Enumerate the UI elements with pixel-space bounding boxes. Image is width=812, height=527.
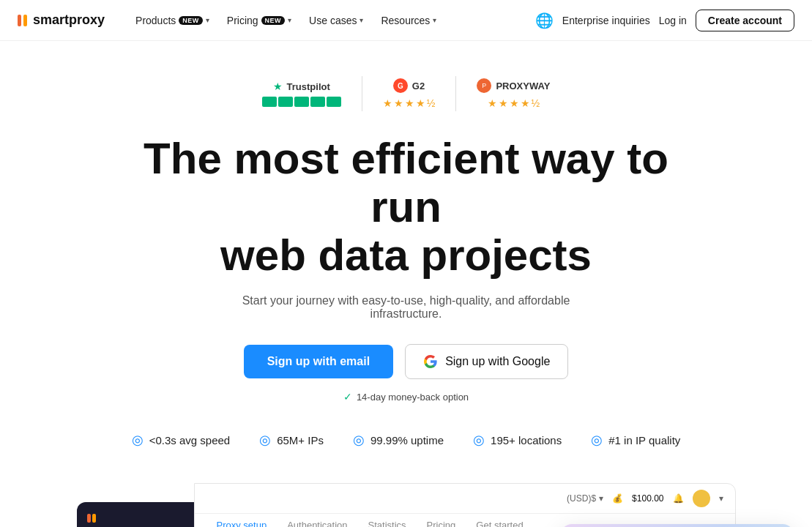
headline-line1: The most efficient way to run	[144, 134, 668, 231]
logo-bar-red	[18, 15, 21, 26]
g2-label: G2	[412, 81, 425, 91]
hero-section: ★ Trustpilot G G2 ★ ★ ★ ★ ½	[0, 41, 812, 527]
popup-card: UPDATED Proxy setup Save time by setting…	[560, 524, 794, 527]
tab-get-started[interactable]: Get started	[466, 514, 533, 527]
stat-uptime-value: 99.99% uptime	[370, 434, 444, 446]
hero-subtext: Start your journey with easy-to-use, hig…	[223, 294, 589, 321]
tp-bar-2	[278, 97, 293, 107]
star-2: ★	[394, 97, 403, 109]
trustpilot-icon: ★	[273, 81, 283, 92]
pw-star-4: ★	[521, 97, 530, 109]
logo[interactable]: smartproxy	[18, 12, 105, 28]
currency-selector[interactable]: (USD)$ ▾	[567, 493, 603, 504]
pricing-label: Pricing	[227, 15, 258, 26]
proxyway-label: PROXYWAY	[496, 81, 550, 91]
trustpilot-bars	[262, 97, 341, 107]
use-cases-chevron-icon: ▾	[360, 16, 363, 24]
resources-chevron-icon: ▾	[433, 16, 436, 24]
tp-bar-1	[262, 97, 277, 107]
proxyway-stars: ★ ★ ★ ★ ½	[488, 97, 540, 109]
sidebar-logo	[83, 511, 188, 526]
enterprise-link[interactable]: Enterprise inquiries	[562, 15, 650, 26]
pricing-badge: NEW	[261, 16, 286, 25]
stat-speed: ◎ <0.3s avg speed	[132, 432, 231, 448]
stat-uptime: ◎ 99.99% uptime	[353, 432, 444, 448]
star-3: ★	[405, 97, 414, 109]
wallet-icon: 💰	[612, 493, 623, 504]
trustpilot-label: Trustpilot	[287, 81, 330, 92]
pw-star-3: ★	[510, 97, 519, 109]
stat-ips: ◎ 65M+ IPs	[259, 432, 324, 448]
login-link[interactable]: Log in	[659, 15, 687, 26]
logo-text: smartproxy	[33, 12, 105, 28]
nav-item-resources[interactable]: Resources ▾	[373, 10, 444, 31]
stat-locations-value: 195+ locations	[491, 434, 562, 446]
tab-pricing[interactable]: Pricing	[417, 514, 466, 527]
stat-quality-value: #1 in IP quality	[608, 434, 680, 446]
signup-google-button[interactable]: Sign up with Google	[405, 344, 568, 379]
star-5: ½	[427, 97, 436, 109]
signup-google-label: Sign up with Google	[445, 355, 550, 368]
user-avatar[interactable]	[693, 490, 710, 507]
rating-trustpilot: ★ Trustpilot	[242, 81, 362, 107]
star-4: ★	[416, 97, 425, 109]
navbar: smartproxy Products NEW ▾ Pricing NEW ▾ …	[0, 0, 812, 41]
stat-speed-value: <0.3s avg speed	[149, 434, 231, 446]
g2-icon: G	[393, 78, 408, 93]
rating-g2: G G2 ★ ★ ★ ★ ½	[362, 78, 456, 109]
tp-bar-3	[294, 97, 309, 107]
money-back-text: 14-day money-back option	[357, 392, 469, 403]
tab-proxy-setup[interactable]: Proxy setup	[206, 514, 278, 527]
products-chevron-icon: ▾	[206, 16, 209, 24]
sidebar-dot-red	[87, 514, 91, 523]
star-1: ★	[383, 97, 392, 109]
products-label: Products	[135, 15, 176, 26]
nav-item-use-cases[interactable]: Use cases ▾	[302, 10, 370, 31]
notification-icon[interactable]: 🔔	[673, 493, 684, 504]
stat-locations: ◎ 195+ locations	[473, 432, 562, 448]
signup-email-button[interactable]: Sign up with email	[244, 345, 393, 378]
currency-chevron-icon: ▾	[599, 493, 603, 504]
pw-star-2: ★	[499, 97, 508, 109]
tab-authentication[interactable]: Authentication	[277, 514, 357, 527]
pw-star-1: ★	[488, 97, 497, 109]
dashboard-sidebar	[77, 502, 194, 527]
stats-row: ◎ <0.3s avg speed ◎ 65M+ IPs ◎ 99.99% up…	[132, 432, 681, 448]
pricing-chevron-icon: ▾	[288, 16, 291, 24]
headline-line2: web data projects	[220, 231, 592, 280]
g2-stars: ★ ★ ★ ★ ½	[383, 97, 436, 109]
dashboard-main: (USD)$ ▾ 💰 $100.00 🔔 ▾ Proxy setup Authe…	[194, 483, 736, 527]
nav-item-pricing[interactable]: Pricing NEW ▾	[220, 10, 299, 31]
proxyway-icon: P	[477, 78, 491, 93]
stat-check-ips-icon: ◎	[259, 432, 271, 448]
stat-quality: ◎ #1 in IP quality	[591, 432, 680, 448]
stat-check-speed-icon: ◎	[132, 432, 144, 448]
logo-bar-orange	[23, 15, 27, 26]
translate-icon[interactable]: 🌐	[535, 12, 554, 29]
dashboard-preview: (USD)$ ▾ 💰 $100.00 🔔 ▾ Proxy setup Authe…	[77, 483, 736, 527]
ratings-row: ★ Trustpilot G G2 ★ ★ ★ ★ ½	[242, 76, 571, 111]
nav-right: 🌐 Enterprise inquiries Log in Create acc…	[535, 10, 794, 31]
money-back-notice: ✓ 14-day money-back option	[343, 391, 469, 403]
create-account-button[interactable]: Create account	[696, 10, 794, 31]
nav-items: Products NEW ▾ Pricing NEW ▾ Use cases ▾…	[128, 10, 444, 31]
tp-bar-4	[310, 97, 325, 107]
dashboard-topbar: (USD)$ ▾ 💰 $100.00 🔔 ▾	[195, 484, 735, 514]
logo-icon	[18, 15, 27, 26]
tp-bar-5	[327, 97, 341, 107]
sidebar-dot-orange	[92, 514, 96, 523]
use-cases-label: Use cases	[309, 15, 357, 26]
tab-statistics[interactable]: Statistics	[358, 514, 417, 527]
products-badge: NEW	[179, 16, 203, 25]
resources-label: Resources	[381, 15, 430, 26]
stat-check-quality-icon: ◎	[591, 432, 603, 448]
nav-left: smartproxy Products NEW ▾ Pricing NEW ▾ …	[18, 10, 444, 31]
google-icon	[423, 354, 438, 369]
stat-check-locations-icon: ◎	[473, 432, 485, 448]
pw-star-5: ½	[532, 97, 540, 109]
sidebar-logo-icon	[87, 514, 96, 523]
nav-item-products[interactable]: Products NEW ▾	[128, 10, 217, 31]
balance-text: $100.00	[632, 493, 663, 504]
hero-headline: The most efficient way to run web data p…	[121, 135, 692, 280]
stat-check-uptime-icon: ◎	[353, 432, 365, 448]
